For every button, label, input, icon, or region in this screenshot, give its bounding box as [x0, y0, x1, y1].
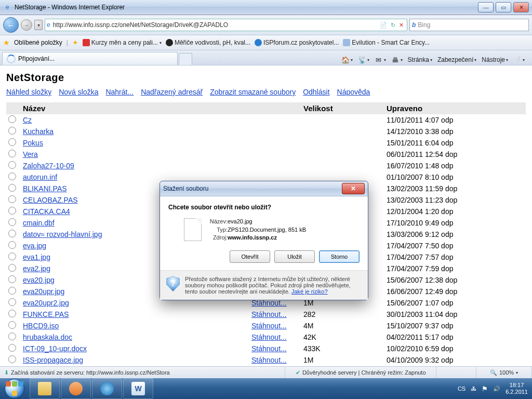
maximize-button[interactable]: ▭	[496, 2, 511, 12]
refresh-icon[interactable]: ↻	[389, 21, 397, 29]
task-word[interactable]: W	[123, 378, 153, 399]
file-link[interactable]: Pokus	[23, 139, 43, 147]
file-link[interactable]: eva20upr.jpg	[23, 287, 64, 296]
compat-icon[interactable]: 📄	[378, 21, 389, 29]
tray-clock[interactable]: 18:17 6.2.2011	[506, 382, 528, 395]
tray-sound-icon[interactable]: 🔊	[493, 385, 500, 392]
row-radio[interactable]	[8, 207, 16, 215]
tray-lang[interactable]: CS	[458, 385, 466, 392]
row-radio[interactable]	[8, 150, 16, 157]
row-radio[interactable]	[8, 241, 16, 249]
row-radio[interactable]	[8, 264, 16, 272]
print-button[interactable]: 🖶▾	[389, 55, 405, 65]
mail-button[interactable]: ✉▾	[373, 55, 388, 65]
url-input[interactable]	[52, 21, 377, 29]
favorite-link[interactable]: Evilution - Smart Car Ency...	[343, 39, 430, 46]
start-button[interactable]	[0, 378, 29, 399]
row-radio[interactable]	[8, 275, 16, 283]
save-button[interactable]: Uložit	[274, 250, 315, 263]
row-radio[interactable]	[8, 252, 16, 260]
row-radio[interactable]	[8, 310, 16, 317]
stop-icon[interactable]: ✕	[397, 21, 405, 29]
action-link[interactable]: Nadřazený adresář	[141, 88, 203, 96]
action-link[interactable]: Nápověda	[337, 88, 370, 96]
file-link[interactable]: hrubaskala.doc	[23, 333, 72, 341]
file-link[interactable]: FUNKCE.PAS	[23, 310, 69, 318]
row-radio[interactable]	[8, 161, 16, 169]
favorites-label[interactable]: Oblíbené položky	[14, 39, 62, 46]
search-box[interactable]: b Bing	[409, 19, 529, 31]
row-radio[interactable]	[8, 321, 16, 329]
file-link[interactable]: CITACKA.CA4	[23, 207, 70, 216]
close-button[interactable]: ✕	[513, 2, 529, 12]
task-media[interactable]	[61, 378, 91, 399]
forward-button[interactable]: →	[21, 19, 32, 31]
open-button[interactable]: Otevřít	[230, 250, 270, 263]
download-link[interactable]: Stáhnout...	[251, 344, 287, 353]
tray-net-icon[interactable]: 🖧	[471, 385, 476, 392]
row-radio[interactable]	[8, 344, 16, 352]
action-link[interactable]: Zobrazit smazané soubory	[210, 88, 296, 96]
row-radio[interactable]	[8, 230, 16, 237]
cancel-button[interactable]: Storno	[319, 250, 360, 263]
tools-menu[interactable]: Nástroje ▾	[480, 55, 510, 64]
row-radio[interactable]	[8, 172, 16, 180]
file-link[interactable]: Vera	[23, 150, 38, 158]
download-link[interactable]: Stáhnout...	[251, 322, 287, 330]
file-link[interactable]: BLIKANI.PAS	[23, 184, 67, 193]
file-link[interactable]: Kucharka	[23, 127, 54, 136]
task-ie[interactable]	[92, 378, 122, 399]
file-link[interactable]: datov≈ rozvod-hlavní.jpg	[23, 230, 102, 238]
help-button[interactable]: ❔▾	[511, 55, 527, 65]
tray-flag-icon[interactable]: ⚑	[482, 385, 488, 393]
action-link[interactable]: Nová složka	[59, 88, 98, 96]
back-button[interactable]: ←	[3, 17, 19, 33]
history-dropdown[interactable]: ▾	[34, 20, 43, 30]
task-explorer[interactable]	[30, 378, 60, 399]
action-link[interactable]: Náhled složky	[6, 88, 51, 96]
address-bar[interactable]: e 📄 ↻ ✕	[45, 19, 407, 31]
favorites-icon[interactable]: ★	[3, 38, 10, 47]
file-link[interactable]: HBCD9.iso	[23, 322, 59, 330]
file-link[interactable]: eva2.jpg	[23, 264, 50, 273]
file-link[interactable]: autorun.inf	[23, 173, 57, 181]
file-link[interactable]: Zaloha27-10-09	[23, 162, 74, 170]
new-tab-button[interactable]	[179, 53, 192, 65]
feeds-button[interactable]: 📡▾	[356, 55, 371, 65]
row-radio[interactable]	[8, 287, 16, 295]
favorite-link[interactable]: Měřiče vodivosti, pH, kval...	[166, 39, 250, 46]
minimize-button[interactable]: —	[478, 2, 494, 12]
row-radio[interactable]	[8, 138, 16, 146]
favorite-link[interactable]: ISPforum.cz poskytovatel...	[255, 39, 339, 46]
file-link[interactable]: Cz	[23, 116, 32, 124]
browser-tab[interactable]: Připojování...	[2, 52, 178, 65]
action-link[interactable]: Odhlásit	[303, 88, 329, 96]
download-link[interactable]: Stáhnout...	[251, 310, 287, 318]
download-link[interactable]: Stáhnout...	[251, 333, 287, 341]
row-radio[interactable]	[8, 298, 16, 306]
row-radio[interactable]	[8, 127, 16, 135]
add-favorite-icon[interactable]: ✦	[72, 38, 78, 47]
zoom-control[interactable]: 🔍 100% ▾	[476, 367, 532, 378]
download-link[interactable]: Stáhnout...	[251, 356, 287, 364]
file-link[interactable]: CELAOBAZ.PAS	[23, 196, 78, 204]
row-radio[interactable]	[8, 332, 16, 340]
file-link[interactable]: eva20.jpg	[23, 276, 55, 284]
row-radio[interactable]	[8, 184, 16, 192]
dialog-close-button[interactable]: ✕	[342, 183, 365, 194]
page-menu[interactable]: Stránka ▾	[406, 55, 434, 64]
home-button[interactable]: 🏠▾	[339, 55, 355, 65]
file-link[interactable]: eva1.jpg	[23, 253, 50, 261]
file-link[interactable]: eva20upr2.jpg	[23, 299, 69, 307]
row-radio[interactable]	[8, 218, 16, 226]
action-link[interactable]: Nahrát...	[105, 88, 134, 96]
file-link[interactable]: ICT-09_10-upr.docx	[23, 344, 87, 353]
row-radio[interactable]	[8, 355, 16, 363]
row-radio[interactable]	[8, 195, 16, 203]
safety-menu[interactable]: Zabezpečení ▾	[435, 55, 478, 64]
file-link[interactable]: eva.jpg	[23, 242, 46, 250]
row-radio[interactable]	[8, 115, 16, 123]
file-link[interactable]: cmain.dbf	[23, 219, 55, 227]
risk-link[interactable]: Jaké je riziko?	[291, 288, 328, 295]
favorite-link[interactable]: Kurzy měn a ceny pali... ▾	[83, 39, 162, 46]
